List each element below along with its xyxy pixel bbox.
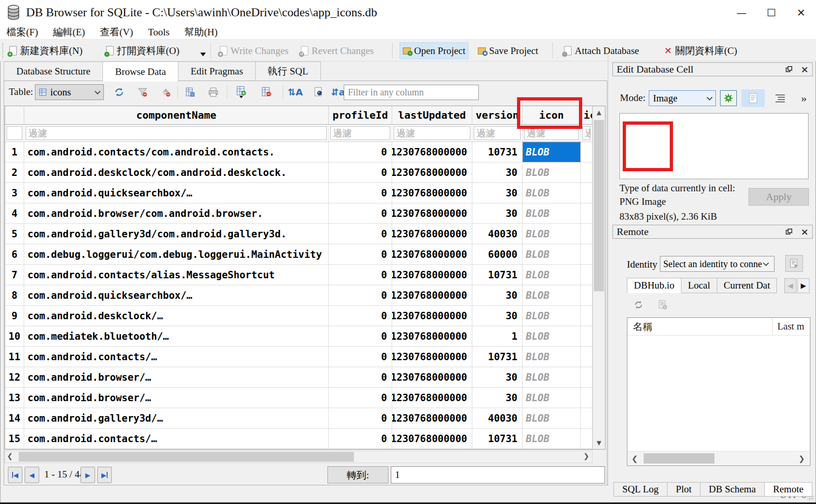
tab-remote[interactable]: Remote: [764, 482, 812, 497]
vertical-scroll-thumb[interactable]: [594, 120, 604, 291]
scroll-left-icon[interactable]: ❮: [7, 452, 13, 460]
open-database-button[interactable]: › 打開資料庫(O): [103, 42, 182, 59]
horizontal-scrollbar[interactable]: ❮ ❯: [5, 450, 592, 463]
close-button[interactable]: ✕: [786, 0, 816, 25]
column-filter-input[interactable]: 過濾: [394, 126, 470, 140]
column-header-version[interactable]: version: [472, 106, 523, 125]
column-header-profileId[interactable]: profileId: [329, 106, 392, 125]
cell-icon-blob[interactable]: BLOB: [523, 285, 581, 306]
cell-icon-blob[interactable]: BLOB: [523, 388, 581, 408]
cell-clipped[interactable]: [581, 265, 592, 285]
maximize-button[interactable]: ☐: [756, 0, 786, 25]
cell-clipped[interactable]: [581, 142, 592, 162]
cell-clipped[interactable]: [581, 285, 592, 306]
cell-componentName[interactable]: com.android.contacts/alias.MessageShortc…: [24, 265, 329, 285]
cell-clipped[interactable]: [581, 367, 592, 388]
cell-clipped[interactable]: [581, 326, 592, 347]
tab-dbhub[interactable]: DBHub.io: [627, 278, 681, 293]
row-number[interactable]: 9: [5, 306, 24, 326]
cell-version[interactable]: 30: [472, 367, 523, 388]
float-panel-icon[interactable]: [786, 66, 792, 73]
cell-lastUpdated[interactable]: 1230768000000: [392, 388, 472, 408]
cell-icon-blob[interactable]: BLOB: [523, 408, 581, 429]
open-database-dropdown-caret[interactable]: [200, 53, 206, 56]
cell-componentName[interactable]: com.android.gallery3d/com.android.galler…: [24, 224, 329, 244]
close-database-button[interactable]: ✕ 關閉資料庫(C): [661, 42, 740, 59]
scroll-down-icon[interactable]: ▼: [593, 437, 605, 449]
cell-version[interactable]: 30: [472, 203, 523, 224]
cell-clipped[interactable]: [581, 347, 592, 367]
cell-lastUpdated[interactable]: 1230768000000: [392, 306, 472, 326]
cell-lastUpdated[interactable]: 1230768000000: [392, 183, 472, 203]
remote-list-scroll-thumb[interactable]: [644, 453, 714, 464]
delete-record-button[interactable]: [258, 85, 274, 100]
filter-any-column-input[interactable]: Filter in any column: [344, 85, 479, 100]
tab-local[interactable]: Local: [681, 278, 717, 293]
tab-browse-data[interactable]: Browse Data: [102, 61, 178, 81]
cell-componentName[interactable]: com.android.browser/…: [24, 388, 329, 408]
row-number[interactable]: 4: [5, 203, 24, 224]
cell-profileId[interactable]: 0: [329, 224, 392, 244]
cell-icon-blob[interactable]: BLOB: [523, 244, 581, 265]
open-project-button[interactable]: › Open Project: [400, 42, 469, 59]
cell-lastUpdated[interactable]: 1230768000000: [392, 244, 472, 265]
cell-version[interactable]: 40030: [472, 408, 523, 429]
column-header-componentName[interactable]: componentName: [24, 106, 329, 125]
cell-lastUpdated[interactable]: 1230768000000: [392, 285, 472, 306]
tab-edit-pragmas[interactable]: Edit Pragmas: [178, 61, 256, 81]
vertical-scrollbar[interactable]: ▲ ▼: [592, 106, 605, 449]
menu-edit[interactable]: 編輯(E): [46, 25, 93, 39]
column-filter-input[interactable]: 過濾: [582, 126, 591, 140]
cell-componentName[interactable]: com.android.gallery3d/…: [24, 408, 329, 429]
find-in-table-button[interactable]: [311, 85, 326, 100]
column-filter-input[interactable]: 過濾: [524, 126, 579, 140]
cell-componentName[interactable]: com.android.quicksearchbox/…: [24, 285, 329, 306]
print-button[interactable]: [205, 85, 221, 100]
row-number[interactable]: 7: [5, 265, 24, 285]
attach-database-button[interactable]: ◦ Attach Database: [561, 42, 642, 59]
refresh-button[interactable]: [111, 85, 127, 100]
cell-profileId[interactable]: 0: [329, 203, 392, 224]
cell-clipped[interactable]: [581, 183, 592, 203]
cell-icon-blob[interactable]: BLOB: [523, 142, 581, 162]
mode-selector[interactable]: Image: [649, 90, 716, 106]
identity-selector[interactable]: Select an identity to conne: [660, 256, 775, 272]
cell-componentName[interactable]: com.android.contacts/…: [24, 347, 329, 367]
font-increase-icon[interactable]: ⇅A: [287, 85, 303, 100]
cell-profileId[interactable]: 0: [329, 429, 392, 449]
word-wrap-button[interactable]: [772, 90, 788, 106]
column-header-icon[interactable]: icon: [523, 106, 581, 125]
cell-version[interactable]: 30: [472, 388, 523, 408]
cell-componentName[interactable]: com.android.quicksearchbox/…: [24, 183, 329, 203]
cell-lastUpdated[interactable]: 1230768000000: [392, 326, 472, 347]
cell-lastUpdated[interactable]: 1230768000000: [392, 265, 472, 285]
cell-lastUpdated[interactable]: 1230768000000: [392, 367, 472, 388]
cell-lastUpdated[interactable]: 1230768000000: [392, 203, 472, 224]
row-number[interactable]: 6: [5, 244, 24, 265]
cell-version[interactable]: 10731: [472, 265, 523, 285]
column-header-lastUpdated[interactable]: lastUpdated: [392, 106, 472, 125]
last-record-button[interactable]: ▶: [97, 467, 112, 483]
row-number[interactable]: 12: [5, 367, 24, 388]
cell-lastUpdated[interactable]: 1230768000000: [392, 142, 472, 162]
tab-scroll-left-icon[interactable]: ◀: [784, 278, 796, 293]
cell-componentName[interactable]: com.android.contacts/com.android.contact…: [24, 142, 329, 162]
revert-changes-button[interactable]: ↺ Revert Changes: [298, 42, 377, 59]
cell-icon-blob[interactable]: BLOB: [523, 183, 581, 203]
cell-profileId[interactable]: 0: [329, 285, 392, 306]
cell-clipped[interactable]: [581, 408, 592, 429]
previous-record-button[interactable]: ◀: [25, 467, 39, 483]
cell-componentName[interactable]: com.android.deskclock/com.android.deskcl…: [24, 162, 329, 183]
column-header-clipped[interactable]: ic: [581, 106, 592, 125]
cell-componentName[interactable]: com.debug.loggerui/com.debug.loggerui.Ma…: [24, 244, 329, 265]
cell-profileId[interactable]: 0: [329, 306, 392, 326]
cell-version[interactable]: 1: [472, 326, 523, 347]
row-number[interactable]: 1: [5, 142, 24, 162]
scroll-left-icon[interactable]: ❮: [632, 454, 638, 463]
cell-lastUpdated[interactable]: 1230768000000: [392, 408, 472, 429]
cell-icon-blob[interactable]: BLOB: [523, 306, 581, 326]
row-number[interactable]: 15: [5, 429, 24, 449]
cell-version[interactable]: 30: [472, 162, 523, 183]
cell-version[interactable]: 60000: [472, 244, 523, 265]
save-results-button[interactable]: [182, 85, 198, 100]
